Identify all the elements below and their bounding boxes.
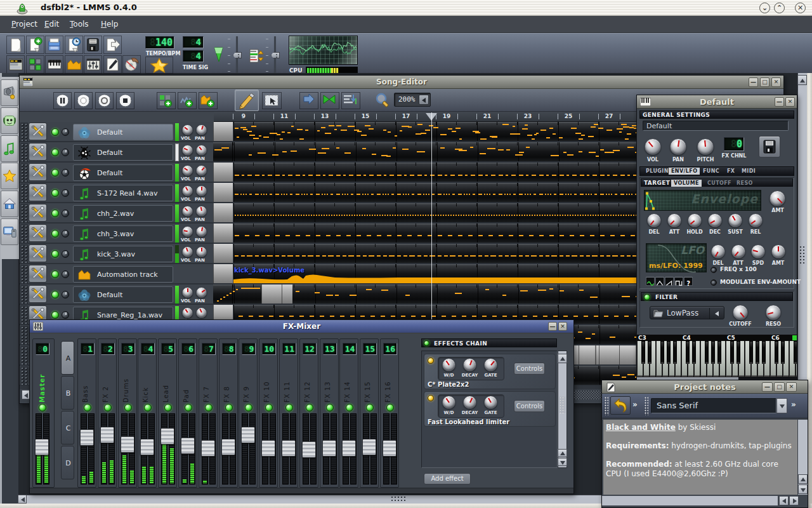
channel-fader[interactable] — [302, 441, 316, 458]
pn-scroll-down[interactable] — [798, 485, 808, 494]
triangle-wave-button[interactable] — [655, 277, 664, 286]
track-vol-knob[interactable] — [182, 165, 193, 176]
env-dec-knob[interactable] — [708, 213, 722, 227]
mixer-channel-strip[interactable]: 88FX 8 — [219, 338, 238, 488]
toolbar-overflow-left[interactable]: » — [632, 400, 641, 411]
channel-label[interactable]: Lead — [162, 358, 169, 403]
vscrollbar-grip[interactable] — [799, 246, 806, 265]
piano-black-key[interactable] — [705, 341, 709, 364]
track-mute-led[interactable] — [51, 189, 59, 197]
pn-close-button[interactable]: ✕ — [786, 382, 797, 392]
mixer-channel-strip[interactable]: 81Bass — [77, 338, 96, 488]
inst-pan-knob[interactable] — [670, 138, 686, 155]
empty-segment[interactable] — [213, 224, 233, 243]
channel-lcd[interactable]: 16 — [383, 343, 397, 355]
track-grip[interactable] — [20, 123, 28, 141]
piano-black-key[interactable] — [794, 341, 797, 364]
undo-button[interactable] — [610, 396, 631, 415]
mixer-channel-strip[interactable]: 86Pad — [178, 338, 197, 488]
freq-x100-led[interactable] — [710, 267, 717, 273]
effect-knob-decay[interactable] — [463, 358, 476, 371]
channel-label[interactable]: Drums — [122, 358, 129, 403]
track-pan-knob[interactable] — [196, 226, 207, 237]
channel-lcd[interactable]: 80 — [36, 343, 49, 355]
pn-vscrollbar[interactable] — [797, 420, 808, 495]
channel-lcd[interactable]: 86 — [181, 343, 195, 355]
track-vol-knob[interactable] — [182, 246, 193, 257]
effect-enable-led[interactable] — [428, 395, 434, 401]
lfo-graph[interactable]: LFO ms/LFO: 1999 — [646, 243, 707, 272]
channel-label[interactable]: FX 12 — [304, 358, 311, 403]
channel-lcd[interactable]: 11 — [282, 343, 296, 355]
scrollbar-grip[interactable] — [391, 496, 407, 503]
track-mute-led[interactable] — [51, 311, 59, 319]
instrument-titlebar[interactable]: Default — ✕ — [637, 95, 797, 109]
env-amt-knob[interactable] — [769, 190, 785, 206]
channel-fader[interactable] — [362, 439, 376, 455]
track-pan-knob[interactable] — [196, 165, 207, 176]
piano-black-key[interactable] — [660, 341, 665, 364]
bank-B-button[interactable]: B — [61, 376, 74, 410]
font-select[interactable]: Sans Serif — [651, 398, 776, 413]
track-ops-button[interactable] — [29, 265, 47, 283]
piano-black-key[interactable] — [737, 341, 741, 364]
record-button[interactable] — [74, 92, 93, 109]
channel-label[interactable]: FX 9 — [243, 358, 250, 403]
effect-controls-button[interactable]: Controls — [514, 363, 545, 375]
bank-A-button[interactable]: A — [61, 341, 74, 375]
effect-knob-wd[interactable] — [442, 396, 455, 409]
channel-fader[interactable] — [241, 427, 255, 443]
pn-text-area[interactable]: Black and White by SkiessiRequirements: … — [603, 420, 797, 495]
track-grip[interactable] — [20, 143, 28, 161]
rewind-button[interactable] — [320, 92, 339, 109]
bank-C-button[interactable]: C — [61, 411, 74, 444]
zoom-dropdown-button[interactable] — [419, 95, 429, 105]
channel-lcd[interactable]: 84 — [141, 343, 155, 355]
track-grip[interactable] — [20, 285, 28, 304]
fx-mixer-titlebar[interactable]: FX-Mixer — ✕ — [30, 320, 573, 333]
tab-func[interactable]: FUNC — [703, 168, 719, 174]
piano-keyboard[interactable] — [637, 341, 797, 377]
channel-label[interactable]: Bass — [82, 358, 89, 403]
empty-segment[interactable] — [261, 284, 292, 304]
channel-lcd[interactable]: 14 — [343, 343, 357, 355]
track-solo-knob[interactable] — [62, 311, 69, 319]
add-automation-track-button[interactable] — [199, 92, 218, 109]
channel-label[interactable]: Pad — [183, 358, 190, 403]
track-vol-knob[interactable] — [182, 206, 193, 217]
channel-fader[interactable] — [261, 440, 275, 457]
track-mute-led[interactable] — [51, 250, 59, 258]
track-name[interactable]: Default — [73, 144, 173, 161]
square-wave-button[interactable] — [674, 277, 683, 286]
saw-wave-button[interactable] — [665, 277, 674, 286]
track-vol-knob[interactable] — [182, 124, 193, 135]
toolbar-grip2[interactable] — [645, 397, 648, 415]
track-grip[interactable] — [20, 163, 28, 182]
channel-label[interactable]: FX 7 — [203, 358, 210, 403]
channel-led[interactable] — [326, 404, 334, 411]
channel-led[interactable] — [124, 404, 132, 411]
filter-cutoff-knob[interactable] — [733, 305, 748, 320]
env-rel-knob[interactable] — [749, 213, 763, 227]
sine-wave-button[interactable] — [646, 277, 655, 286]
channel-fader[interactable] — [160, 428, 174, 444]
effect-enable-led[interactable] — [428, 358, 434, 364]
track-ops-button[interactable] — [29, 204, 47, 222]
piano-black-key[interactable] — [641, 341, 646, 364]
piano-black-key[interactable] — [756, 341, 760, 364]
se-maximize-button[interactable]: □ — [760, 77, 769, 87]
fx-chnl-lcd[interactable]: 80 — [724, 137, 744, 151]
track-mute-led[interactable] — [51, 271, 59, 278]
piano-black-key[interactable] — [667, 341, 671, 364]
track-grip[interactable] — [20, 204, 28, 222]
se-minimize-button[interactable]: — — [749, 77, 758, 87]
channel-label[interactable]: FX 11 — [284, 358, 291, 403]
target-reso[interactable]: RESO — [737, 180, 753, 186]
effects-scroll-up2[interactable] — [558, 449, 567, 457]
mixer-channel-strip[interactable]: 85Lead — [158, 338, 177, 488]
piano-black-key[interactable] — [692, 341, 697, 364]
save-preset-button[interactable] — [759, 136, 780, 157]
track-solo-knob[interactable] — [62, 169, 69, 177]
track-ops-button[interactable] — [29, 285, 47, 303]
add-sample-track-button[interactable] — [178, 92, 197, 109]
